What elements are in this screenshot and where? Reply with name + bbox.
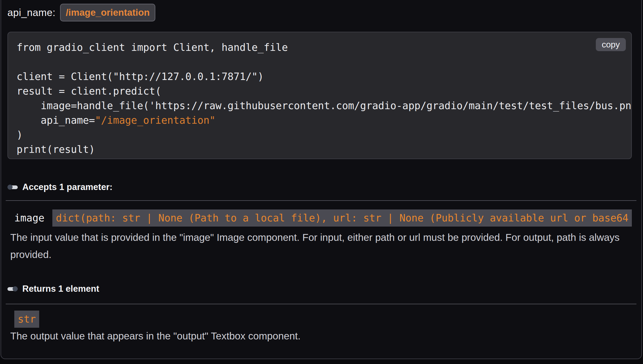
code-api-name-value: "/image_orientation" [95, 115, 215, 126]
return-description: The output value that appears in the "ou… [10, 329, 632, 343]
parameter-toggle-icon [7, 185, 18, 190]
returns-heading-text: Returns 1 element [22, 283, 99, 295]
accepts-heading-text: Accepts 1 parameter: [22, 181, 112, 193]
api-name-chip: /image_orientation [60, 4, 155, 21]
section-divider [6, 304, 636, 304]
api-endpoint-panel: api_name: /image_orientation from gradio… [1, 0, 642, 359]
code-text-after: ) print(result) [17, 129, 95, 155]
return-toggle-icon [7, 286, 18, 291]
code-snippet: from gradio_client import Client, handle… [17, 40, 631, 157]
api-header: api_name: /image_orientation [7, 4, 632, 21]
api-name-label: api_name: [7, 7, 55, 18]
parameter-name: image [14, 212, 44, 224]
accepts-section-heading: Accepts 1 parameter: [7, 181, 632, 193]
code-text-before: from gradio_client import Client, handle… [17, 42, 632, 126]
panel-content: api_name: /image_orientation from gradio… [1, 0, 641, 343]
parameter-type-box: dict(path: str | None (Path to a local f… [52, 209, 632, 227]
toggle-knob [7, 185, 13, 190]
section-divider [6, 200, 636, 201]
code-snippet-block: from gradio_client import Client, handle… [7, 32, 632, 159]
copy-button[interactable]: copy [596, 38, 626, 51]
parameter-row: image dict(path: str | None (Path to a l… [14, 209, 632, 227]
returns-section-heading: Returns 1 element [7, 283, 632, 295]
return-type-chip: str [14, 311, 39, 328]
toggle-knob [13, 286, 18, 291]
parameter-description: The input value that is provided in the … [10, 229, 627, 263]
